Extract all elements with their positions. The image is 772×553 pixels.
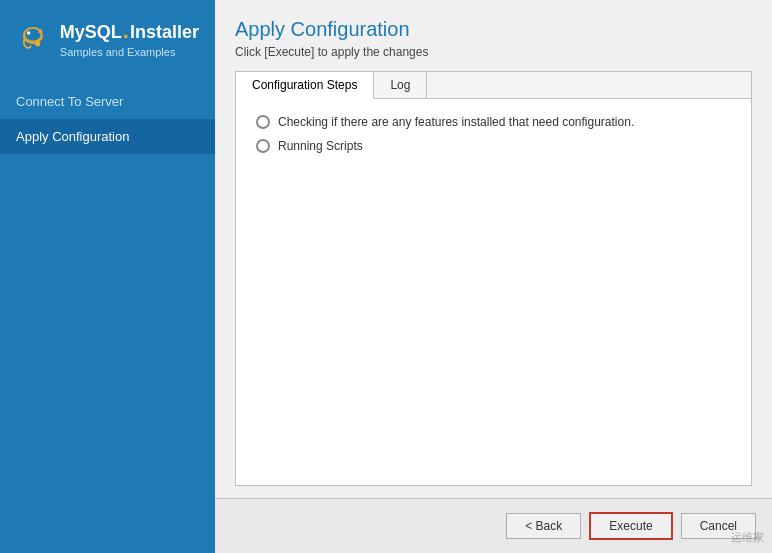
step-radio-scripts	[256, 139, 270, 153]
step-radio-check	[256, 115, 270, 129]
sidebar-subtitle: Samples and Examples	[60, 46, 199, 58]
sidebar-item-label: Connect To Server	[16, 94, 123, 109]
step-label-check: Checking if there are any features insta…	[278, 115, 634, 129]
sidebar-nav: Connect To Server Apply Configuration	[0, 84, 215, 154]
page-subtitle: Click [Execute] to apply the changes	[235, 45, 752, 59]
sidebar: MySQL. Installer Samples and Examples Co…	[0, 0, 215, 553]
footer: < Back Execute Cancel	[215, 498, 772, 553]
cancel-button[interactable]: Cancel	[681, 513, 756, 539]
config-step-scripts: Running Scripts	[256, 139, 731, 153]
tabs-content: Checking if there are any features insta…	[236, 99, 751, 485]
tabs-header: Configuration Steps Log	[236, 72, 751, 99]
svg-point-1	[25, 28, 40, 40]
sidebar-item-connect-to-server[interactable]: Connect To Server	[0, 84, 215, 119]
config-step-check: Checking if there are any features insta…	[256, 115, 731, 129]
brand-installer: Installer	[130, 22, 199, 44]
content-area: Apply Configuration Click [Execute] to a…	[215, 0, 772, 498]
execute-button[interactable]: Execute	[589, 512, 672, 540]
mysql-dolphin-logo	[16, 21, 50, 56]
tabs-panel: Configuration Steps Log Checking if ther…	[235, 71, 752, 486]
tab-log[interactable]: Log	[374, 72, 427, 98]
back-button[interactable]: < Back	[506, 513, 581, 539]
sidebar-brand: MySQL. Installer	[60, 18, 199, 44]
sidebar-item-apply-configuration[interactable]: Apply Configuration	[0, 119, 215, 154]
brand-mysql: MySQL	[60, 22, 122, 44]
tab-configuration-steps[interactable]: Configuration Steps	[236, 72, 374, 99]
sidebar-header: MySQL. Installer Samples and Examples	[0, 0, 215, 74]
page-title: Apply Configuration	[235, 18, 752, 41]
sidebar-item-label: Apply Configuration	[16, 129, 129, 144]
sidebar-title-block: MySQL. Installer Samples and Examples	[60, 18, 199, 58]
svg-point-2	[27, 31, 30, 34]
brand-dot: .	[123, 18, 129, 44]
step-label-scripts: Running Scripts	[278, 139, 363, 153]
main-content: Apply Configuration Click [Execute] to a…	[215, 0, 772, 553]
